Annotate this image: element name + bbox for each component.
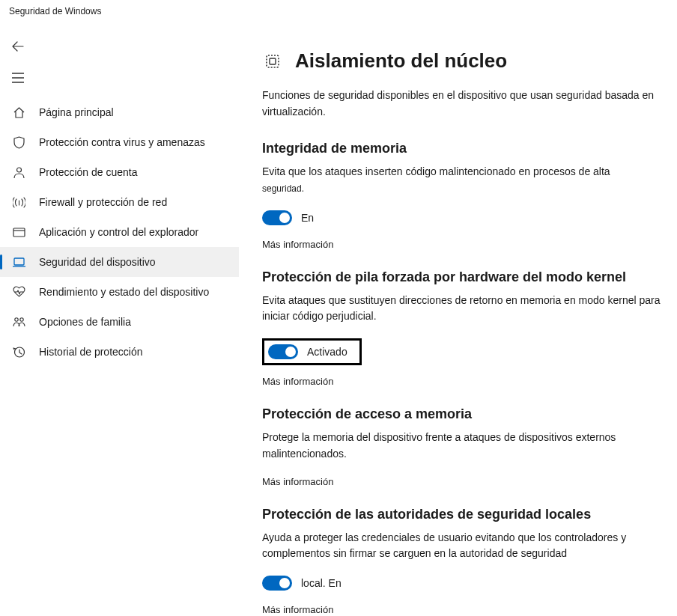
page-subtitle: Funciones de seguridad disponibles en el… [262,88,668,120]
section-kernel-stack: Protección de pila forzada por hardware … [262,269,668,387]
svg-rect-1 [13,228,25,237]
kernel-stack-toggle[interactable] [268,344,298,359]
history-icon [12,345,25,359]
main-content: Aislamiento del núcleo Funciones de segu… [240,22,677,615]
nav-label: Protección de cuenta [39,166,138,178]
toggle-label: Activado [307,346,347,358]
hamburger-button[interactable] [0,64,30,91]
svg-rect-6 [267,55,279,67]
section-desc: Evita ataques que sustituyen direcciones… [262,293,668,325]
window-title: Seguridad de Windows [0,0,677,22]
toggle-label: local. En [301,577,341,589]
section-desc: Ayuda a proteger las credenciales de usu… [262,530,668,562]
section-desc: Protege la memoria del dispositivo frent… [262,430,668,462]
home-icon [12,106,25,119]
nav-family[interactable]: Opciones de familia [0,307,239,337]
learn-more-link[interactable]: Más información [262,476,668,487]
family-icon [12,315,25,329]
svg-point-0 [16,168,21,172]
app-icon [12,225,25,239]
section-lsa: Protección de las autoridades de segurid… [262,507,668,615]
section-desc: Evita que los ataques inserten código ma… [262,164,668,196]
memory-integrity-toggle[interactable] [262,210,292,225]
sidebar: Página principal Protección contra virus… [0,22,240,615]
nav-label: Rendimiento y estado del dispositivo [39,286,209,298]
page-title: Aislamiento del núcleo [295,49,507,73]
section-title: Protección de pila forzada por hardware … [262,269,668,285]
nav-performance[interactable]: Rendimiento y estado del dispositivo [0,277,239,307]
nav-account[interactable]: Protección de cuenta [0,157,239,187]
lsa-toggle[interactable] [262,576,292,591]
svg-point-3 [14,317,17,320]
learn-more-link[interactable]: Más información [262,604,668,615]
svg-point-4 [19,317,22,320]
shield-icon [12,135,25,149]
section-title: Protección de las autoridades de segurid… [262,507,668,522]
section-memory-integrity: Integridad de memoria Evita que los ataq… [262,141,668,249]
nav-device-security[interactable]: Seguridad del dispositivo [0,247,239,277]
nav-label: Historial de protección [39,346,143,358]
back-button[interactable] [0,33,30,60]
nav-label: Opciones de familia [39,316,131,328]
toggle-row: local. En [262,576,668,591]
toggle-label: En [301,212,314,224]
nav-label: Página principal [39,106,114,118]
nav-home[interactable]: Página principal [0,97,239,127]
section-title: Protección de acceso a memoria [262,406,668,422]
nav-app-browser[interactable]: Aplicación y control del explorador [0,217,239,247]
chip-icon [262,51,283,72]
heart-icon [12,285,25,299]
laptop-icon [12,255,25,269]
learn-more-link[interactable]: Más información [262,376,668,387]
svg-rect-2 [14,258,24,265]
hamburger-icon [12,73,24,83]
highlighted-toggle: Activado [262,338,362,365]
nav-label: Seguridad del dispositivo [39,256,156,268]
nav-label: Firewall y protección de red [39,196,167,208]
section-memory-access: Protección de acceso a memoria Protege l… [262,406,668,487]
svg-rect-7 [270,58,276,64]
page-header: Aislamiento del núcleo [262,49,668,73]
section-title: Integridad de memoria [262,141,668,156]
toggle-row: En [262,210,668,225]
nav-firewall[interactable]: Firewall y protección de red [0,187,239,217]
nav-history[interactable]: Historial de protección [0,337,239,367]
nav-label: Protección contra virus y amenazas [39,136,205,148]
nav-label: Aplicación y control del explorador [39,226,198,238]
learn-more-link[interactable]: Más información [262,239,668,250]
nav-list: Página principal Protección contra virus… [0,97,239,367]
person-icon [12,165,25,179]
back-arrow-icon [12,40,24,52]
nav-virus[interactable]: Protección contra virus y amenazas [0,127,239,157]
signal-icon [12,195,25,209]
